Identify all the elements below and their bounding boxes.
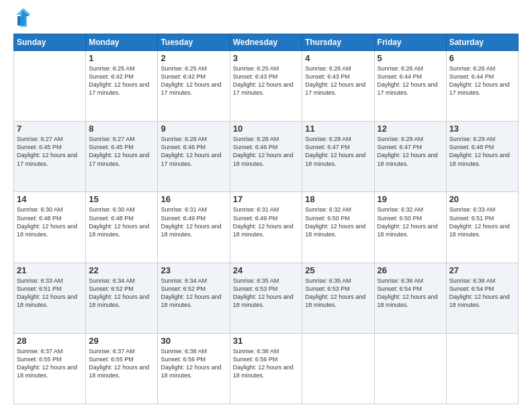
day-number: 6 (449, 53, 515, 63)
calendar-cell: 27Sunrise: 6:36 AM Sunset: 6:54 PM Dayli… (446, 263, 518, 333)
calendar-cell: 7Sunrise: 6:27 AM Sunset: 6:45 PM Daylig… (14, 122, 86, 192)
calendar-cell: 13Sunrise: 6:29 AM Sunset: 6:48 PM Dayli… (446, 122, 518, 192)
day-number: 9 (161, 124, 226, 134)
day-number: 2 (161, 53, 226, 63)
day-number: 1 (89, 53, 154, 63)
calendar-cell: 8Sunrise: 6:27 AM Sunset: 6:45 PM Daylig… (86, 122, 158, 192)
day-info: Sunrise: 6:33 AM Sunset: 6:51 PM Dayligh… (449, 205, 515, 238)
day-info: Sunrise: 6:35 AM Sunset: 6:53 PM Dayligh… (305, 277, 371, 310)
calendar-cell: 10Sunrise: 6:28 AM Sunset: 6:46 PM Dayli… (230, 122, 302, 192)
day-number: 22 (89, 265, 154, 275)
logo-icon (16, 8, 31, 27)
calendar-table: Sunday Monday Tuesday Wednesday Thursday… (13, 34, 519, 404)
calendar-cell: 25Sunrise: 6:35 AM Sunset: 6:53 PM Dayli… (302, 263, 374, 333)
day-number: 29 (89, 336, 154, 346)
day-info: Sunrise: 6:34 AM Sunset: 6:52 PM Dayligh… (89, 277, 154, 310)
logo (13, 11, 31, 27)
calendar-cell: 19Sunrise: 6:32 AM Sunset: 6:50 PM Dayli… (374, 192, 446, 263)
day-info: Sunrise: 6:26 AM Sunset: 6:43 PM Dayligh… (305, 64, 371, 97)
calendar-cell (302, 333, 374, 404)
day-number: 15 (89, 194, 154, 204)
day-info: Sunrise: 6:28 AM Sunset: 6:46 PM Dayligh… (161, 135, 226, 168)
day-number: 23 (161, 265, 226, 275)
calendar-cell: 12Sunrise: 6:29 AM Sunset: 6:47 PM Dayli… (374, 122, 446, 192)
col-tuesday: Tuesday (158, 34, 230, 51)
day-number: 24 (233, 265, 300, 275)
day-info: Sunrise: 6:38 AM Sunset: 6:56 PM Dayligh… (161, 347, 226, 380)
day-info: Sunrise: 6:38 AM Sunset: 6:56 PM Dayligh… (233, 347, 300, 380)
day-number: 5 (378, 53, 443, 63)
day-number: 12 (378, 124, 443, 134)
day-info: Sunrise: 6:32 AM Sunset: 6:50 PM Dayligh… (378, 205, 443, 238)
calendar-cell: 15Sunrise: 6:30 AM Sunset: 6:48 PM Dayli… (86, 192, 158, 263)
week-row-4: 21Sunrise: 6:33 AM Sunset: 6:51 PM Dayli… (14, 263, 519, 333)
day-number: 27 (449, 265, 515, 275)
day-number: 10 (233, 124, 300, 134)
calendar-cell: 6Sunrise: 6:26 AM Sunset: 6:44 PM Daylig… (446, 51, 518, 122)
calendar-cell: 29Sunrise: 6:37 AM Sunset: 6:55 PM Dayli… (86, 333, 158, 404)
day-number: 21 (17, 265, 83, 275)
day-number: 30 (161, 336, 226, 346)
week-row-3: 14Sunrise: 6:30 AM Sunset: 6:48 PM Dayli… (14, 192, 519, 263)
day-number: 28 (17, 336, 83, 346)
day-info: Sunrise: 6:30 AM Sunset: 6:48 PM Dayligh… (17, 205, 83, 238)
day-info: Sunrise: 6:28 AM Sunset: 6:46 PM Dayligh… (233, 135, 300, 168)
day-number: 18 (305, 194, 371, 204)
day-number: 20 (449, 194, 515, 204)
day-number: 14 (17, 194, 83, 204)
calendar-cell: 9Sunrise: 6:28 AM Sunset: 6:46 PM Daylig… (158, 122, 230, 192)
week-row-1: 1Sunrise: 6:25 AM Sunset: 6:42 PM Daylig… (14, 51, 519, 122)
calendar-cell: 26Sunrise: 6:36 AM Sunset: 6:54 PM Dayli… (374, 263, 446, 333)
col-friday: Friday (374, 34, 446, 51)
day-info: Sunrise: 6:28 AM Sunset: 6:47 PM Dayligh… (305, 135, 371, 168)
day-info: Sunrise: 6:36 AM Sunset: 6:54 PM Dayligh… (378, 277, 443, 310)
day-info: Sunrise: 6:31 AM Sunset: 6:49 PM Dayligh… (161, 205, 226, 238)
day-info: Sunrise: 6:25 AM Sunset: 6:42 PM Dayligh… (161, 64, 226, 97)
page: Sunday Monday Tuesday Wednesday Thursday… (0, 0, 532, 411)
col-monday: Monday (86, 34, 158, 51)
day-number: 13 (449, 124, 515, 134)
day-number: 25 (305, 265, 371, 275)
day-number: 8 (89, 124, 154, 134)
calendar-cell: 14Sunrise: 6:30 AM Sunset: 6:48 PM Dayli… (14, 192, 86, 263)
day-number: 31 (233, 336, 300, 346)
header (13, 11, 519, 27)
day-number: 7 (17, 124, 83, 134)
header-row: Sunday Monday Tuesday Wednesday Thursday… (14, 34, 519, 51)
day-info: Sunrise: 6:27 AM Sunset: 6:45 PM Dayligh… (17, 135, 83, 168)
day-info: Sunrise: 6:29 AM Sunset: 6:47 PM Dayligh… (378, 135, 443, 168)
col-thursday: Thursday (302, 34, 374, 51)
day-info: Sunrise: 6:27 AM Sunset: 6:45 PM Dayligh… (89, 135, 154, 168)
day-info: Sunrise: 6:25 AM Sunset: 6:43 PM Dayligh… (233, 64, 300, 97)
col-sunday: Sunday (14, 34, 86, 51)
calendar-cell (446, 333, 518, 404)
day-info: Sunrise: 6:36 AM Sunset: 6:54 PM Dayligh… (449, 277, 515, 310)
day-info: Sunrise: 6:25 AM Sunset: 6:42 PM Dayligh… (89, 64, 154, 97)
calendar-cell: 1Sunrise: 6:25 AM Sunset: 6:42 PM Daylig… (86, 51, 158, 122)
calendar-cell: 3Sunrise: 6:25 AM Sunset: 6:43 PM Daylig… (230, 51, 302, 122)
calendar-cell (14, 51, 86, 122)
logo-text (13, 11, 31, 27)
calendar-cell: 20Sunrise: 6:33 AM Sunset: 6:51 PM Dayli… (446, 192, 518, 263)
week-row-2: 7Sunrise: 6:27 AM Sunset: 6:45 PM Daylig… (14, 122, 519, 192)
calendar-cell: 11Sunrise: 6:28 AM Sunset: 6:47 PM Dayli… (302, 122, 374, 192)
calendar-cell: 4Sunrise: 6:26 AM Sunset: 6:43 PM Daylig… (302, 51, 374, 122)
calendar-cell: 28Sunrise: 6:37 AM Sunset: 6:55 PM Dayli… (14, 333, 86, 404)
day-info: Sunrise: 6:32 AM Sunset: 6:50 PM Dayligh… (305, 205, 371, 238)
calendar-cell: 17Sunrise: 6:31 AM Sunset: 6:49 PM Dayli… (230, 192, 302, 263)
calendar-cell: 22Sunrise: 6:34 AM Sunset: 6:52 PM Dayli… (86, 263, 158, 333)
day-number: 4 (305, 53, 371, 63)
col-wednesday: Wednesday (230, 34, 302, 51)
calendar-cell: 31Sunrise: 6:38 AM Sunset: 6:56 PM Dayli… (230, 333, 302, 404)
day-info: Sunrise: 6:34 AM Sunset: 6:52 PM Dayligh… (161, 277, 226, 310)
day-info: Sunrise: 6:37 AM Sunset: 6:55 PM Dayligh… (17, 347, 83, 380)
calendar-cell: 23Sunrise: 6:34 AM Sunset: 6:52 PM Dayli… (158, 263, 230, 333)
week-row-5: 28Sunrise: 6:37 AM Sunset: 6:55 PM Dayli… (14, 333, 519, 404)
day-info: Sunrise: 6:26 AM Sunset: 6:44 PM Dayligh… (378, 64, 443, 97)
day-info: Sunrise: 6:33 AM Sunset: 6:51 PM Dayligh… (17, 277, 83, 310)
col-saturday: Saturday (446, 34, 518, 51)
day-number: 16 (161, 194, 226, 204)
day-info: Sunrise: 6:37 AM Sunset: 6:55 PM Dayligh… (89, 347, 154, 380)
day-info: Sunrise: 6:29 AM Sunset: 6:48 PM Dayligh… (449, 135, 515, 168)
day-number: 11 (305, 124, 371, 134)
